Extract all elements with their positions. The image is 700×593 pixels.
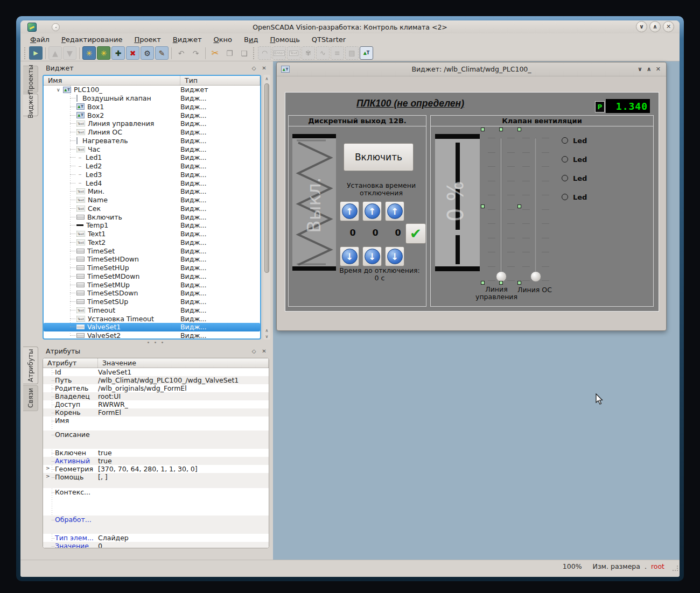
widget-properties-icon[interactable]: ⚙ bbox=[141, 46, 154, 60]
scroll-up-icon[interactable]: ∧ bbox=[263, 75, 270, 82]
current-user[interactable]: root bbox=[651, 562, 664, 570]
slider-handle[interactable] bbox=[496, 271, 507, 282]
tree-row[interactable]: ∨▲TPLC100_Виджет bbox=[44, 86, 260, 94]
scroll-thumb[interactable] bbox=[264, 83, 269, 273]
attr-header-value[interactable]: Значение bbox=[98, 358, 269, 368]
attribute-row[interactable]: Обработ... bbox=[43, 516, 269, 534]
maximize-button[interactable]: ∧ bbox=[649, 21, 661, 32]
tree-header[interactable]: Имя Тип bbox=[44, 76, 260, 86]
attributes-dock-titlebar[interactable]: Атрибуты ◇ ✕ bbox=[41, 345, 271, 357]
tree-row[interactable]: TextМин.Видж... bbox=[44, 187, 260, 196]
widget-dock-titlebar[interactable]: Виджет ◇ ✕ bbox=[41, 62, 271, 74]
delete-widget-icon[interactable]: ✖ bbox=[126, 46, 139, 60]
tree-row[interactable]: ВключитьВидж... bbox=[44, 213, 260, 221]
dock-float-icon[interactable]: ◇ bbox=[250, 348, 257, 355]
attribute-value[interactable]: true bbox=[98, 457, 112, 465]
new-widget-library-icon[interactable]: ✳ bbox=[82, 46, 96, 60]
feedback-line-slider[interactable] bbox=[522, 138, 549, 280]
add-widget-icon[interactable]: ✚ bbox=[111, 46, 125, 60]
tree-row[interactable]: TimeSetHUpВидж... bbox=[44, 264, 260, 272]
selection-handle[interactable] bbox=[481, 281, 485, 285]
new-library-icon[interactable]: ✳ bbox=[97, 46, 110, 60]
menu-item-вид[interactable]: Вид bbox=[239, 34, 263, 45]
close-button[interactable]: ✕ bbox=[663, 21, 674, 32]
toolbar-handle[interactable] bbox=[24, 47, 27, 59]
time-down-button-3[interactable]: ↓ bbox=[385, 246, 404, 266]
control-line-slider[interactable] bbox=[488, 138, 515, 280]
attribute-value[interactable]: 0 bbox=[98, 542, 102, 548]
tree-header-type[interactable]: Тип bbox=[180, 76, 260, 85]
tree-row[interactable]: Temp1Видж... bbox=[44, 221, 260, 230]
attribute-value[interactable]: /wlb_originals/wdg_FormEl bbox=[98, 384, 187, 392]
time-down-button-1[interactable]: ↓ bbox=[340, 246, 359, 266]
resize-grip[interactable] bbox=[673, 566, 678, 571]
tree-row[interactable]: TimeSetВидж... bbox=[44, 246, 260, 255]
attribute-value[interactable]: FormEl bbox=[98, 408, 121, 416]
attribute-row[interactable]: Тип элем...Слайдер bbox=[43, 534, 269, 542]
atvalue-element-icon[interactable]: ▲T bbox=[360, 46, 373, 60]
attribute-row[interactable]: >Помощь[, ] bbox=[43, 473, 269, 488]
tree-row[interactable]: TimeSetMUpВидж... bbox=[44, 280, 260, 289]
selection-handle[interactable] bbox=[517, 128, 521, 131]
expander-icon[interactable]: ∨ bbox=[57, 87, 63, 93]
attribute-value[interactable]: [370, 70, 64, 280, 1, 1, 30, 0] bbox=[98, 465, 198, 473]
attribute-value[interactable]: root:UI bbox=[98, 392, 121, 400]
tree-row[interactable]: TextTimeoutВидж... bbox=[44, 306, 260, 315]
selection-handle[interactable] bbox=[517, 281, 521, 285]
attribute-value[interactable]: /wlb_Climat/wdg_PLC100_/wdg_ValveSet1 bbox=[98, 376, 239, 384]
side-tab-атрибуты[interactable]: Атрибуты bbox=[23, 347, 38, 384]
attribute-value[interactable]: RWRWR_ bbox=[98, 400, 128, 408]
time-up-button-1[interactable]: ↑ bbox=[340, 201, 359, 221]
scroll-up-icon[interactable]: ∧ bbox=[265, 328, 269, 334]
tree-row[interactable]: TextСекВидж... bbox=[44, 204, 260, 213]
led-indicator-3[interactable]: Led bbox=[562, 174, 587, 182]
run-vision-icon[interactable]: ▶ bbox=[29, 46, 43, 60]
attribute-row[interactable]: Имя bbox=[43, 416, 269, 430]
child-shade-button[interactable]: ∨ bbox=[638, 66, 642, 73]
turn-on-button[interactable]: Включить bbox=[344, 143, 414, 171]
tree-row[interactable]: TimeSetHDownВидж... bbox=[44, 255, 260, 264]
slider-handle[interactable] bbox=[530, 271, 541, 282]
selection-handle[interactable] bbox=[481, 128, 485, 131]
tree-scrollbar[interactable]: ∧ ∧∨ bbox=[263, 75, 270, 340]
tree-row[interactable]: ▲TBox1Видж... bbox=[44, 103, 260, 111]
time-up-button-3[interactable]: ↑ bbox=[385, 201, 404, 221]
tree-row[interactable]: ▲TBox2Видж... bbox=[44, 111, 260, 119]
tree-row[interactable]: TextNameВидж... bbox=[44, 196, 260, 204]
menu-item-проект[interactable]: Проект bbox=[129, 34, 166, 45]
tree-row[interactable]: НагревательВидж... bbox=[44, 137, 260, 145]
tree-row[interactable]: Воздушный клапанВидж... bbox=[44, 94, 260, 103]
attribute-row[interactable]: Описание bbox=[43, 430, 269, 449]
menu-item-виджет[interactable]: Виджет bbox=[167, 34, 207, 45]
selection-handle[interactable] bbox=[481, 204, 485, 208]
attribute-row[interactable]: IdValveSet1 bbox=[43, 368, 269, 376]
tree-row[interactable]: TextText2Видж... bbox=[44, 238, 260, 247]
tree-row[interactable]: TextЛиния ОСВидж... bbox=[44, 128, 260, 137]
attribute-value[interactable]: true bbox=[98, 449, 112, 457]
tree-row[interactable]: --Led1Видж... bbox=[44, 153, 260, 162]
tree-header-name[interactable]: Имя bbox=[44, 76, 180, 85]
attribute-row[interactable]: Значение0 bbox=[43, 542, 269, 548]
child-close-button[interactable]: ✕ bbox=[656, 66, 661, 73]
attribute-row[interactable]: КореньFormEl bbox=[43, 408, 269, 416]
menu-item-окно[interactable]: Окно bbox=[208, 34, 237, 45]
attribute-row[interactable]: Путь/wlb_Climat/wdg_PLC100_/wdg_ValveSet… bbox=[43, 376, 269, 384]
attribute-row[interactable]: Родитель/wlb_originals/wdg_FormEl bbox=[43, 384, 269, 392]
tree-row[interactable]: ValveSet1Видж... bbox=[44, 323, 260, 331]
attribute-row[interactable]: Владелецroot:UI bbox=[43, 392, 269, 400]
tree-row[interactable]: TextЛиния управленияВидж... bbox=[44, 119, 260, 128]
tree-row[interactable]: TimeSetSDownВидж... bbox=[44, 289, 260, 298]
tree-row[interactable]: --Led4Видж... bbox=[44, 179, 260, 187]
attribute-row[interactable]: ДоступRWRWR_ bbox=[43, 400, 269, 408]
led-indicator-1[interactable]: Led bbox=[562, 136, 587, 145]
time-up-button-2[interactable]: ↑ bbox=[362, 201, 382, 221]
apply-time-button[interactable]: ✔ bbox=[405, 223, 426, 244]
attr-header-name[interactable]: Атрибут bbox=[43, 358, 98, 368]
tree-row[interactable]: TextЧасВидж... bbox=[44, 145, 260, 153]
dock-close-icon[interactable]: ✕ bbox=[261, 348, 268, 355]
minimize-button[interactable]: ∨ bbox=[636, 21, 647, 32]
menu-item-редактирование[interactable]: Редактирование bbox=[56, 34, 128, 45]
attribute-value[interactable]: Слайдер bbox=[98, 534, 129, 542]
attribute-value[interactable]: [, ] bbox=[98, 473, 108, 481]
menu-item-файл[interactable]: Файл bbox=[25, 34, 55, 45]
